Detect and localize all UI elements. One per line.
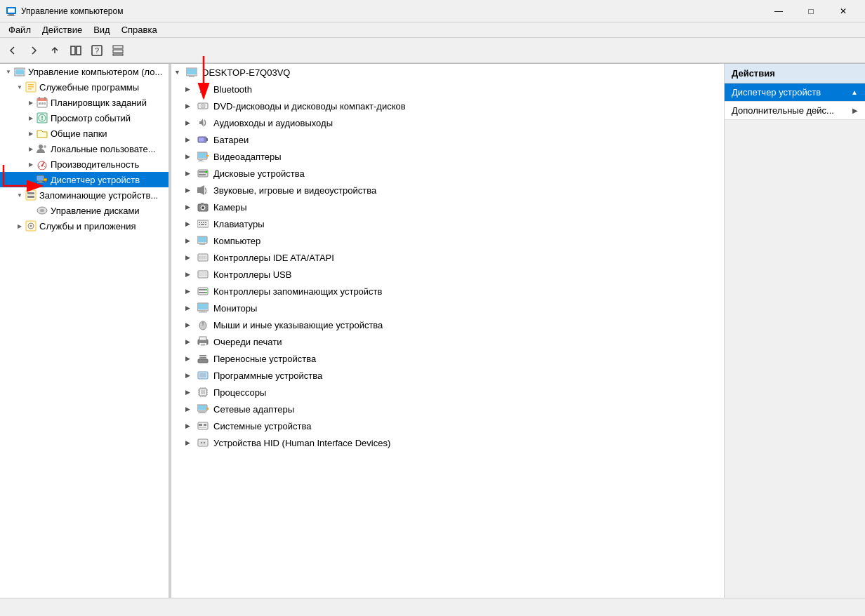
device-system[interactable]: ▶ Системные устройства: [171, 417, 724, 434]
menu-action[interactable]: Действие: [37, 23, 88, 36]
tree-item-scheduler[interactable]: ▶ Планировщик заданий: [0, 95, 169, 110]
device-audio[interactable]: ▶ Аудиовходы и аудиовыходы: [171, 114, 724, 131]
svg-rect-99: [198, 304, 208, 309]
device-portable[interactable]: ▶ Переносные устройства: [171, 350, 724, 367]
svg-rect-137: [199, 427, 206, 429]
svg-rect-136: [204, 424, 206, 426]
svg-point-73: [202, 207, 204, 209]
tree-root[interactable]: ▼ Управление компьютером (ло...: [0, 64, 169, 79]
device-bluetooth[interactable]: ▶ Bluetooth: [171, 81, 724, 98]
device-root-icon: [185, 66, 198, 79]
svg-rect-9: [113, 50, 123, 53]
window-controls: — □ ✕: [762, 0, 859, 22]
svg-rect-85: [199, 243, 205, 245]
device-batteries[interactable]: ▶ Батареи: [171, 131, 724, 148]
device-mice[interactable]: ▶ Мыши и иные указывающие устройства: [171, 316, 724, 333]
tree-item-folders[interactable]: ▶ Общие папки: [0, 126, 169, 141]
device-keyboards[interactable]: ▶ Клавиатуры: [171, 215, 724, 232]
svg-rect-1: [8, 14, 14, 15]
status-bar: [0, 598, 865, 616]
svg-rect-130: [198, 406, 206, 410]
svg-rect-141: [204, 442, 205, 443]
svg-rect-16: [28, 86, 34, 88]
action-device-manager[interactable]: Диспетчер устройств ▲: [725, 83, 865, 102]
storage-label: Запоминающие устройств...: [39, 190, 158, 201]
mice-icon: [197, 319, 209, 331]
device-cameras[interactable]: ▶ Камеры: [171, 199, 724, 215]
device-root[interactable]: ▼ DESKTOP-E7Q03VQ: [171, 64, 724, 81]
dvd-label: DVD-дисководы и дисководы компакт-дисков: [213, 101, 406, 112]
tree-item-storage[interactable]: ▼ Запоминающие устройств...: [0, 187, 169, 203]
svg-rect-23: [41, 102, 44, 105]
svg-rect-114: [199, 373, 206, 377]
bluetooth-icon: [197, 83, 209, 95]
events-expander: ▶: [25, 112, 37, 123]
device-manager-icon: [37, 174, 48, 185]
sound-label: Звуковые, игровые и видеоустройства: [213, 185, 376, 196]
scheduler-expander: ▶: [25, 97, 37, 108]
svg-rect-66: [198, 170, 208, 177]
keyboards-label: Клавиатуры: [213, 219, 265, 229]
device-computer[interactable]: ▶ Компьютер: [171, 232, 724, 249]
tree-item-device-manager[interactable]: Диспетчер устройств: [0, 172, 169, 187]
close-button[interactable]: ✕: [827, 0, 859, 22]
device-usb[interactable]: ▶ Контроллеры USB: [171, 266, 724, 283]
menu-help[interactable]: Справка: [116, 23, 163, 36]
help-button[interactable]: ?: [87, 41, 107, 60]
svg-rect-63: [199, 159, 202, 161]
usb-expander: ▶: [185, 271, 197, 278]
minimize-button[interactable]: —: [762, 0, 795, 22]
up-button[interactable]: [45, 41, 65, 60]
device-storage-ctrl[interactable]: ▶ Контроллеры запоминающих устройств: [171, 283, 724, 300]
device-sound[interactable]: ▶ Звуковые, игровые и видеоустройства: [171, 182, 724, 199]
tree-item-disk-management[interactable]: Управление дисками: [0, 203, 169, 218]
show-hide-button[interactable]: [66, 41, 86, 60]
tree-item-performance[interactable]: ▶ Производительность: [0, 156, 169, 172]
device-disks[interactable]: ▶ Дисковые устройства: [171, 165, 724, 182]
scheduler-icon: [37, 97, 48, 108]
action-additional[interactable]: Дополнительные дейс... ▶: [725, 102, 865, 120]
device-video[interactable]: ▶ Видеоадаптеры: [171, 148, 724, 165]
storage-expander: ▼: [14, 189, 25, 201]
view-button[interactable]: [108, 41, 128, 60]
tree-item-events[interactable]: ▶ Просмотр событий: [0, 110, 169, 126]
svg-rect-40: [37, 182, 44, 183]
services-icon: [25, 81, 37, 93]
audio-icon: [197, 116, 209, 129]
storage-ctrl-label: Контроллеры запоминающих устройств: [213, 286, 382, 297]
disks-label: Дисковые устройства: [213, 168, 305, 179]
svg-rect-59: [206, 138, 208, 141]
device-hid[interactable]: ▶ Устройства HID (Human Interface Device…: [171, 434, 724, 451]
back-button[interactable]: [3, 41, 22, 60]
device-network[interactable]: ▶ Сетевые адаптеры: [171, 401, 724, 417]
mice-expander: ▶: [185, 321, 197, 328]
processors-icon: [197, 386, 209, 399]
action-additional-label: Дополнительные дейс...: [732, 105, 834, 116]
maximize-button[interactable]: □: [795, 0, 827, 22]
svg-rect-45: [27, 192, 34, 194]
tree-item-services[interactable]: ▼ Служебные программы: [0, 79, 169, 95]
users-label: Локальные пользовате...: [51, 144, 156, 154]
action-device-manager-arrow: ▲: [851, 88, 858, 96]
monitors-label: Мониторы: [213, 303, 257, 314]
menu-view[interactable]: Вид: [88, 23, 116, 36]
svg-text:?: ?: [95, 46, 99, 55]
device-software[interactable]: ▶ Программные устройства: [171, 367, 724, 384]
device-monitors[interactable]: ▶ Мониторы: [171, 300, 724, 316]
device-ide[interactable]: ▶ Контроллеры IDE ATA/ATAPI: [171, 249, 724, 266]
tree-item-services-apps[interactable]: ▶ Службы и приложения: [0, 218, 169, 234]
device-printers[interactable]: ▶ Очереди печати: [171, 333, 724, 350]
menu-file[interactable]: Файл: [3, 23, 37, 36]
device-processors[interactable]: ▶: [171, 384, 724, 401]
svg-rect-93: [198, 288, 208, 295]
users-expander: ▶: [25, 143, 37, 154]
forward-button[interactable]: [24, 41, 44, 60]
svg-rect-74: [201, 203, 204, 205]
svg-rect-62: [198, 153, 206, 158]
video-expander: ▶: [185, 153, 197, 160]
svg-rect-110: [199, 355, 206, 356]
svg-rect-78: [203, 222, 204, 223]
svg-rect-64: [198, 161, 204, 161]
device-dvd[interactable]: ▶ DVD-дисководы и дисководы компакт-диск…: [171, 98, 724, 114]
tree-item-users[interactable]: ▶ Локальные пользовате...: [0, 141, 169, 156]
